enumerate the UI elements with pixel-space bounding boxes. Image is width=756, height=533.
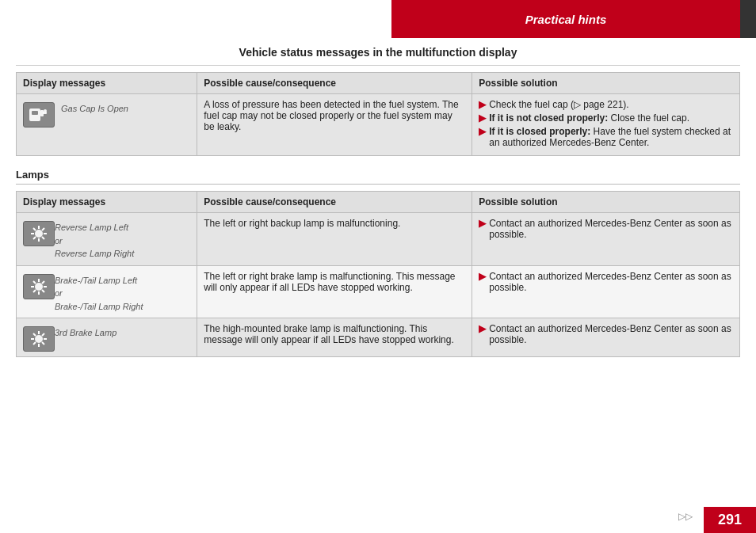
sidebar-marker	[740, 0, 756, 38]
solution-cell: ▶ Contact an authorized Mercedes-Benz Ce…	[472, 265, 740, 318]
cause-cell: The left or right backup lamp is malfunc…	[197, 213, 472, 266]
arrow-icon: ▶	[479, 99, 486, 110]
arrow-icon: ▶	[479, 323, 486, 334]
gas-cap-table: Display messages Possible cause/conseque…	[16, 72, 740, 156]
svg-line-19	[33, 281, 36, 284]
svg-line-20	[42, 290, 44, 292]
third-brake-lamp-icon	[23, 326, 55, 352]
svg-line-11	[42, 237, 44, 239]
table-row: Brake-/Tail Lamp LeftorBrake-/Tail Lamp …	[17, 265, 740, 318]
solution-bullet-2: ▶ If it is not closed properly: Close th…	[479, 112, 733, 124]
nav-arrows: ▷▷	[678, 511, 693, 522]
lamps-col-display: Display messages	[17, 192, 197, 213]
solution-bullet: ▶ Contact an authorized Mercedes-Benz Ce…	[479, 218, 733, 240]
svg-line-13	[33, 237, 36, 239]
header-title: Practical hints	[391, 0, 740, 38]
header: Practical hints	[0, 0, 756, 38]
display-messages-cell: 3rd Brake Lamp	[17, 318, 197, 357]
table-row: Reverse Lamp LeftorReverse Lamp Right Th…	[17, 213, 740, 266]
solution-bullet: ▶ Contact an authorized Mercedes-Benz Ce…	[479, 323, 733, 345]
lamps-col-cause: Possible cause/consequence	[197, 192, 472, 213]
display-msg-text: 3rd Brake Lamp	[55, 326, 116, 340]
svg-line-31	[33, 342, 36, 345]
svg-line-10	[33, 228, 36, 230]
col-header-solution: Possible solution	[472, 73, 740, 94]
arrow-icon: ▶	[479, 112, 486, 124]
table-header-row: Display messages Possible cause/conseque…	[17, 73, 740, 94]
lamps-col-solution: Possible solution	[472, 192, 740, 213]
cause-cell: The high-mounted brake lamp is malfuncti…	[197, 318, 472, 357]
svg-line-29	[42, 342, 44, 345]
arrow-icon: ▶	[479, 271, 486, 282]
display-messages-cell: Reverse Lamp LeftorReverse Lamp Right	[17, 213, 197, 266]
brake-lamp-icon	[23, 274, 55, 299]
lamps-heading: Lamps	[16, 169, 740, 185]
cause-cell: The left or right brake lamp is malfunct…	[197, 265, 472, 318]
svg-line-28	[33, 333, 36, 336]
svg-line-12	[42, 228, 44, 230]
svg-line-22	[33, 290, 36, 292]
svg-point-14	[35, 283, 43, 291]
fuel-cap-icon	[23, 102, 55, 128]
arrow-icon: ▶	[479, 126, 486, 137]
svg-line-30	[42, 333, 44, 336]
svg-rect-3	[32, 111, 38, 115]
solution-cell: ▶ Check the fuel cap (▷ page 221). ▶ If …	[472, 94, 740, 156]
reverse-lamp-icon	[23, 221, 55, 246]
section-subtitle: Vehicle status messages in the multifunc…	[16, 38, 740, 66]
solution-cell: ▶ Contact an authorized Mercedes-Benz Ce…	[472, 318, 740, 357]
table-row: Gas Cap Is Open A loss of pressure has b…	[17, 94, 740, 156]
page-number: 291	[704, 507, 756, 533]
col-header-display: Display messages	[17, 73, 197, 94]
cause-cell: A loss of pressure has been detected in …	[197, 94, 472, 156]
arrow-icon: ▶	[479, 218, 486, 229]
display-msg-text: Reverse Lamp LeftorReverse Lamp Right	[55, 221, 134, 261]
svg-point-23	[35, 335, 43, 343]
display-messages-cell: Gas Cap Is Open	[17, 94, 197, 156]
solution-bullet-3: ▶ If it is closed properly: Have the fue…	[479, 126, 733, 148]
solution-bullet-1: ▶ Check the fuel cap (▷ page 221).	[479, 99, 733, 110]
display-messages-cell: Brake-/Tail Lamp LeftorBrake-/Tail Lamp …	[17, 265, 197, 318]
lamps-header-row: Display messages Possible cause/conseque…	[17, 192, 740, 213]
display-msg-text: Gas Cap Is Open	[61, 102, 128, 116]
col-header-cause: Possible cause/consequence	[197, 73, 472, 94]
svg-point-4	[44, 109, 47, 112]
svg-point-5	[35, 230, 43, 238]
solution-cell: ▶ Contact an authorized Mercedes-Benz Ce…	[472, 213, 740, 266]
table-row: 3rd Brake Lamp The high-mounted brake la…	[17, 318, 740, 357]
solution-bullet: ▶ Contact an authorized Mercedes-Benz Ce…	[479, 271, 733, 293]
display-msg-text: Brake-/Tail Lamp LeftorBrake-/Tail Lamp …	[55, 274, 143, 314]
svg-line-21	[42, 281, 44, 284]
lamps-table: Display messages Possible cause/conseque…	[16, 191, 740, 357]
